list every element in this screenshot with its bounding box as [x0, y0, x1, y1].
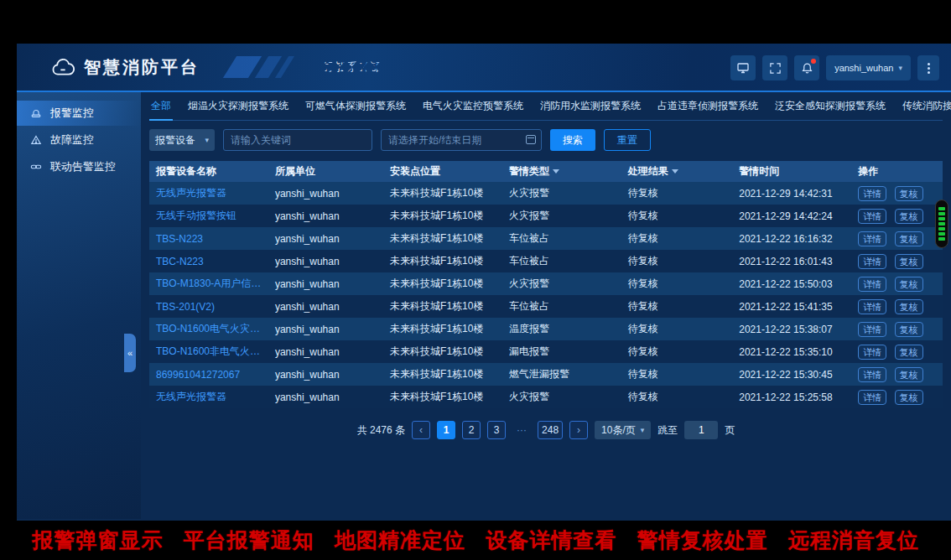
- filter-icon[interactable]: [553, 169, 559, 174]
- col-result[interactable]: 处理结果: [621, 161, 732, 182]
- detail-button[interactable]: 详情: [858, 322, 886, 337]
- device-name-link[interactable]: TBS-201(V2): [149, 295, 268, 318]
- keyword-input[interactable]: [223, 129, 372, 151]
- notifications-button[interactable]: [794, 55, 819, 80]
- time-cell: 2021-12-22 16:01:43: [732, 250, 851, 272]
- tab[interactable]: 电气火灾监控预警系统: [421, 99, 525, 120]
- review-button[interactable]: 复核: [895, 345, 923, 360]
- col-result-label: 处理结果: [628, 165, 668, 177]
- page-button[interactable]: ···: [512, 421, 531, 439]
- detail-button[interactable]: 详情: [858, 367, 886, 382]
- tab[interactable]: 泛安全感知探测报警系统: [773, 99, 887, 120]
- review-button[interactable]: 复核: [895, 231, 923, 246]
- fullscreen-button[interactable]: [762, 55, 787, 80]
- org-cell: yanshi_wuhan: [268, 295, 383, 318]
- tab-label: 泛安全感知探测报警系统: [775, 100, 886, 111]
- review-button[interactable]: 复核: [895, 254, 923, 269]
- detail-button[interactable]: 详情: [858, 254, 886, 269]
- result-cell: 待复核: [621, 386, 732, 408]
- prev-page-button[interactable]: ‹: [412, 421, 430, 439]
- search-button[interactable]: 搜索: [550, 129, 595, 151]
- review-button[interactable]: 复核: [895, 299, 923, 314]
- page-button[interactable]: 248: [538, 421, 563, 439]
- actions-cell: 详情 复核: [851, 363, 943, 386]
- org-cell: yanshi_wuhan: [268, 363, 383, 386]
- result-cell: 待复核: [621, 205, 732, 227]
- detail-button[interactable]: 详情: [858, 390, 886, 405]
- sidebar-item-linkage-monitor[interactable]: 联动告警监控: [17, 154, 141, 179]
- device-name-link[interactable]: TBC-N223: [149, 250, 268, 272]
- actions-cell: 详情 复核: [851, 295, 943, 318]
- detail-button[interactable]: 详情: [858, 209, 886, 224]
- alarm-type-cell: 车位被占: [502, 250, 621, 272]
- review-button[interactable]: 复核: [895, 277, 923, 292]
- detail-button[interactable]: 详情: [858, 277, 886, 292]
- tab[interactable]: 占道违章侦测报警系统: [656, 99, 760, 120]
- detail-button[interactable]: 详情: [858, 345, 886, 360]
- page-button[interactable]: 2: [462, 421, 481, 439]
- category-select[interactable]: 报警设备 ▾: [149, 129, 215, 151]
- device-name-link[interactable]: TBO-N1600非电气火灾探测器-1: [149, 340, 268, 363]
- location-cell: 未来科技城F1栋10楼: [383, 182, 502, 205]
- alarm-type-cell: 火灾报警: [502, 182, 621, 205]
- sidebar-item-alarm-monitor[interactable]: 报警监控: [17, 101, 141, 126]
- date-range-input[interactable]: [381, 129, 542, 151]
- review-button[interactable]: 复核: [895, 186, 923, 201]
- main-nav: 首页 警情监控: [328, 55, 375, 79]
- tab-label: 全部: [151, 100, 171, 111]
- tab[interactable]: 消防用水监测报警系统: [538, 99, 642, 120]
- more-menu-button[interactable]: [917, 55, 939, 80]
- tab-label: 电气火灾监控预警系统: [423, 100, 523, 111]
- date-range-field: [381, 129, 542, 151]
- time-cell: 2021-12-22 15:41:35: [732, 295, 851, 318]
- page-button[interactable]: 3: [487, 421, 506, 439]
- device-name-link[interactable]: 无线手动报警按钮: [149, 205, 268, 227]
- time-cell: 2021-12-22 16:16:32: [732, 227, 851, 250]
- table-row: TBS-N223 yanshi_wuhan 未来科技城F1栋10楼 车位被占 待…: [149, 227, 943, 250]
- review-button[interactable]: 复核: [895, 209, 923, 224]
- reset-button[interactable]: 重置: [604, 129, 651, 151]
- device-name-link[interactable]: TBO-N1600电气火灾探测器-1: [149, 318, 268, 340]
- detail-button[interactable]: 详情: [858, 186, 886, 201]
- review-button[interactable]: 复核: [895, 367, 923, 382]
- device-name-link[interactable]: 无线声光报警器: [149, 386, 268, 408]
- footer-caption: 报警弹窗显示: [32, 526, 163, 554]
- location-cell: 未来科技城F1栋10楼: [383, 250, 502, 272]
- detail-button[interactable]: 详情: [858, 299, 886, 314]
- detail-button[interactable]: 详情: [858, 231, 886, 246]
- device-name-link[interactable]: 无线声光报警器: [149, 182, 268, 205]
- tab[interactable]: 烟温火灾探测报警系统: [186, 99, 290, 120]
- time-cell: 2021-12-22 15:38:07: [732, 318, 851, 340]
- alarm-type-cell: 车位被占: [502, 227, 621, 250]
- page-size-select[interactable]: 10条/页 ▾: [595, 421, 651, 439]
- actions-cell: 详情 复核: [851, 205, 943, 227]
- table-row: 无线声光报警器 yanshi_wuhan 未来科技城F1栋10楼 火灾报警 待复…: [149, 386, 943, 408]
- tab[interactable]: 可燃气体探测报警系统: [304, 99, 408, 120]
- review-button[interactable]: 复核: [895, 390, 923, 405]
- sidebar-collapse-handle[interactable]: «: [124, 334, 136, 372]
- tab[interactable]: 全部: [149, 99, 173, 120]
- result-cell: 待复核: [621, 250, 732, 272]
- device-name-link[interactable]: 869961041272067: [149, 363, 268, 386]
- next-page-button[interactable]: ›: [569, 421, 588, 439]
- table-row: 无线手动报警按钮 yanshi_wuhan 未来科技城F1栋10楼 火灾报警 待…: [149, 205, 943, 227]
- tab[interactable]: 传统消防接入报警系统: [901, 99, 951, 120]
- actions-cell: 详情 复核: [851, 340, 943, 363]
- review-button[interactable]: 复核: [895, 322, 923, 337]
- device-name-link[interactable]: TBO-M1830-A用户信息传输系统(外部件): [149, 272, 268, 295]
- filter-icon[interactable]: [672, 169, 678, 174]
- jump-page-input[interactable]: [684, 421, 718, 439]
- sidebar-item-fault-monitor[interactable]: 故障监控: [17, 127, 141, 153]
- result-cell: 待复核: [621, 227, 732, 250]
- result-cell: 待复核: [621, 272, 732, 295]
- footer-caption: 远程消音复位: [788, 526, 919, 554]
- page-button[interactable]: 1: [437, 421, 455, 439]
- device-name-link[interactable]: TBS-N223: [149, 227, 268, 250]
- big-screen-button[interactable]: [730, 55, 756, 80]
- total-count: 共 2476 条: [357, 423, 405, 438]
- col-alarm-type[interactable]: 警情类型: [502, 161, 621, 182]
- screen: 智慧消防平台 首页: [0, 0, 951, 560]
- chevron-down-icon: ▾: [898, 64, 902, 72]
- user-menu[interactable]: yanshi_wuhan ▾: [826, 55, 911, 80]
- actions-cell: 详情 复核: [851, 272, 943, 295]
